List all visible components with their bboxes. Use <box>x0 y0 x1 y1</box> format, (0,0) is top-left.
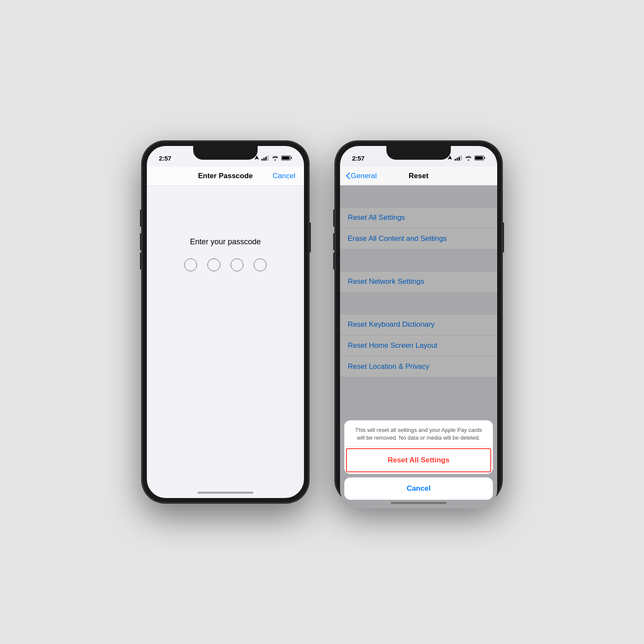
chevron-left-icon <box>346 173 350 179</box>
passcode-title: Enter Passcode <box>198 172 253 180</box>
passcode-dots <box>184 258 267 271</box>
passcode-dot-1 <box>184 258 197 271</box>
signal-icon-2 <box>455 155 462 161</box>
back-label: General <box>351 172 377 180</box>
passcode-prompt: Enter your passcode <box>190 237 261 246</box>
passcode-dot-2 <box>207 258 220 271</box>
phone-reset: 2:57 <box>335 141 502 503</box>
svg-rect-11 <box>475 157 483 160</box>
passcode-dot-3 <box>231 258 243 271</box>
battery-icon-2 <box>474 155 485 161</box>
battery-icon-1 <box>281 155 292 161</box>
svg-rect-9 <box>461 155 462 161</box>
screen-passcode: 2:57 <box>147 146 304 498</box>
svg-rect-1 <box>264 158 265 161</box>
action-sheet-cancel-button[interactable]: Cancel <box>344 477 493 500</box>
svg-rect-2 <box>265 157 267 161</box>
wifi-icon-2 <box>465 155 472 161</box>
phones-container: 2:57 <box>142 141 502 503</box>
svg-rect-8 <box>459 157 460 161</box>
passcode-navbar: Enter Passcode Cancel <box>147 167 304 186</box>
phone-passcode: 2:57 <box>142 141 309 503</box>
action-sheet-description: This will reset all settings and your Ap… <box>344 420 493 447</box>
notch-1 <box>193 146 258 160</box>
status-icons-2 <box>448 155 485 161</box>
svg-rect-3 <box>267 155 269 161</box>
signal-icon-1 <box>261 155 269 161</box>
settings-content: Reset All Settings Erase All Content and… <box>340 185 497 508</box>
time-1: 2:57 <box>159 155 171 162</box>
action-sheet-main: This will reset all settings and your Ap… <box>344 420 493 474</box>
svg-rect-7 <box>457 158 458 161</box>
svg-rect-6 <box>455 159 456 161</box>
home-indicator-1 <box>197 492 253 494</box>
svg-rect-5 <box>282 157 290 160</box>
action-sheet-confirm-button[interactable]: Reset All Settings <box>346 448 491 472</box>
time-2: 2:57 <box>352 155 365 162</box>
reset-navbar: General Reset <box>340 167 497 185</box>
back-button[interactable]: General <box>346 172 377 180</box>
svg-rect-0 <box>261 159 263 161</box>
wifi-icon-1 <box>272 155 279 161</box>
passcode-body: Enter your passcode <box>147 186 304 271</box>
status-icons-1 <box>255 155 292 161</box>
reset-title: Reset <box>409 172 428 180</box>
action-sheet: This will reset all settings and your Ap… <box>340 417 497 508</box>
passcode-dot-4 <box>254 258 267 271</box>
screen-reset: 2:57 <box>340 146 497 508</box>
passcode-cancel-button[interactable]: Cancel <box>273 172 295 180</box>
notch-2 <box>386 146 451 160</box>
